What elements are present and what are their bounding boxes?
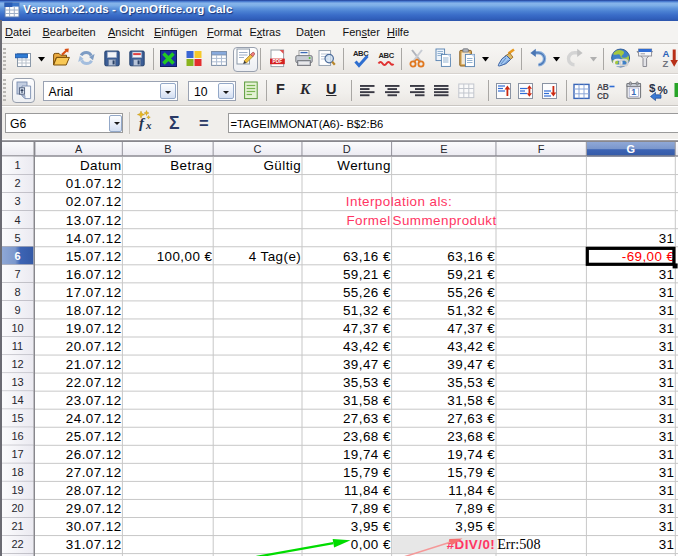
svg-text:Summenprodukt: Summenprodukt (393, 213, 497, 228)
svg-text:D: D (343, 143, 351, 155)
svg-text:59,21 €: 59,21 € (447, 267, 495, 282)
svg-text:100,00 €: 100,00 € (157, 249, 213, 264)
svg-text:A: A (75, 143, 83, 155)
svg-text:$: $ (649, 82, 656, 94)
svg-text:31: 31 (659, 321, 675, 336)
svg-text:51,32 €: 51,32 € (343, 303, 391, 318)
svg-text:35,53 €: 35,53 € (343, 375, 391, 390)
svg-text:E: E (440, 143, 447, 155)
svg-text:=: = (199, 114, 209, 132)
svg-text:16.07.12: 16.07.12 (66, 267, 122, 282)
svg-text:23,68 €: 23,68 € (447, 429, 495, 444)
svg-text:31,58 €: 31,58 € (343, 393, 391, 408)
svg-text:19: 19 (11, 484, 23, 496)
svg-text:Z: Z (663, 58, 669, 69)
svg-text:13.07.12: 13.07.12 (66, 213, 122, 228)
svg-text:11: 11 (12, 340, 23, 352)
svg-text:%: % (657, 84, 667, 96)
svg-text:3: 3 (14, 195, 20, 207)
svg-text:55,26 €: 55,26 € (447, 285, 495, 300)
svg-text:31: 31 (659, 519, 675, 534)
svg-text:3,95 €: 3,95 € (455, 519, 495, 534)
svg-text:27,63 €: 27,63 € (447, 411, 495, 426)
svg-text:3,95 €: 3,95 € (351, 519, 391, 534)
svg-text:31: 31 (659, 303, 675, 318)
svg-text:25.07.12: 25.07.12 (66, 429, 122, 444)
svg-text:1: 1 (631, 87, 636, 97)
svg-text:24.07.12: 24.07.12 (66, 411, 122, 426)
svg-text:20: 20 (11, 502, 23, 514)
svg-text:21: 21 (11, 520, 23, 532)
svg-text:31: 31 (659, 231, 675, 246)
svg-text:15,79 €: 15,79 € (447, 465, 495, 480)
svg-text:4 Tag(e): 4 Tag(e) (249, 249, 301, 264)
svg-text:39,47 €: 39,47 € (447, 357, 495, 372)
svg-text:31: 31 (659, 285, 675, 300)
svg-text:Err:508: Err:508 (497, 536, 540, 552)
svg-text:Formel: Formel (346, 213, 390, 228)
svg-text:22: 22 (11, 538, 23, 550)
svg-text:59,21 €: 59,21 € (343, 267, 391, 282)
svg-text:Wertung: Wertung (337, 158, 391, 173)
svg-text:39,47 €: 39,47 € (343, 357, 391, 372)
svg-text:15.07.12: 15.07.12 (66, 249, 122, 264)
svg-text:Gültig: Gültig (264, 158, 302, 173)
svg-text:18.07.12: 18.07.12 (66, 303, 122, 318)
svg-text:15,79 €: 15,79 € (343, 465, 391, 480)
svg-text:21.07.12: 21.07.12 (66, 357, 122, 372)
svg-text:18: 18 (11, 466, 23, 478)
svg-text:7: 7 (14, 268, 20, 280)
svg-text:G: G (627, 143, 636, 155)
svg-text:22.07.12: 22.07.12 (66, 375, 122, 390)
svg-text:43,42 €: 43,42 € (447, 339, 495, 354)
svg-text:15: 15 (11, 412, 23, 424)
svg-text:27.07.12: 27.07.12 (66, 465, 122, 480)
svg-text:31: 31 (659, 357, 675, 372)
svg-text:0,00 €: 0,00 € (351, 537, 391, 552)
svg-text:8: 8 (14, 286, 20, 298)
svg-text:Betrag: Betrag (170, 158, 212, 173)
svg-text:01.07.12: 01.07.12 (66, 176, 122, 191)
svg-text:35,53 €: 35,53 € (447, 375, 495, 390)
svg-text:Σ: Σ (169, 113, 180, 133)
svg-text:23.07.12: 23.07.12 (66, 393, 122, 408)
svg-text:-69,00 €: -69,00 € (622, 249, 675, 264)
svg-text:14.07.12: 14.07.12 (66, 231, 122, 246)
svg-text:63,16 €: 63,16 € (447, 249, 495, 264)
svg-text:47,37 €: 47,37 € (447, 321, 495, 336)
svg-text:11,84 €: 11,84 € (448, 483, 495, 498)
svg-text:51,32 €: 51,32 € (447, 303, 495, 318)
svg-text:29.07.12: 29.07.12 (66, 501, 122, 516)
svg-text:02.07.12: 02.07.12 (66, 194, 122, 209)
svg-text:CD: CD (597, 91, 609, 101)
svg-text:31: 31 (659, 393, 675, 408)
svg-text:19,74 €: 19,74 € (447, 447, 495, 462)
svg-text:31.07.12: 31.07.12 (66, 537, 122, 552)
svg-text:27,63 €: 27,63 € (343, 411, 391, 426)
svg-text:31: 31 (659, 447, 675, 462)
svg-text:16: 16 (11, 430, 23, 442)
svg-text:31: 31 (659, 375, 675, 390)
svg-text:9: 9 (14, 304, 20, 316)
svg-text:B: B (164, 143, 171, 155)
svg-text:6: 6 (14, 250, 20, 262)
svg-text:f: f (139, 115, 146, 131)
svg-text:7,89 €: 7,89 € (455, 501, 495, 516)
svg-text:x: x (145, 119, 152, 131)
svg-text:17: 17 (11, 448, 23, 460)
svg-text:12: 12 (11, 358, 23, 370)
svg-text:11,84 €: 11,84 € (344, 483, 391, 498)
svg-text:14: 14 (11, 394, 23, 406)
svg-text:31: 31 (659, 537, 675, 552)
svg-text:31: 31 (659, 483, 675, 498)
svg-text:1: 1 (14, 159, 20, 171)
svg-text:10: 10 (11, 322, 23, 334)
svg-text:26.07.12: 26.07.12 (66, 447, 122, 462)
svg-text:C: C (254, 143, 262, 155)
svg-text:Datum: Datum (80, 158, 122, 173)
svg-text:30.07.12: 30.07.12 (66, 519, 122, 534)
svg-text:31: 31 (659, 267, 675, 282)
svg-text:31: 31 (659, 429, 675, 444)
svg-text:4: 4 (14, 214, 20, 226)
svg-text:31: 31 (659, 465, 675, 480)
